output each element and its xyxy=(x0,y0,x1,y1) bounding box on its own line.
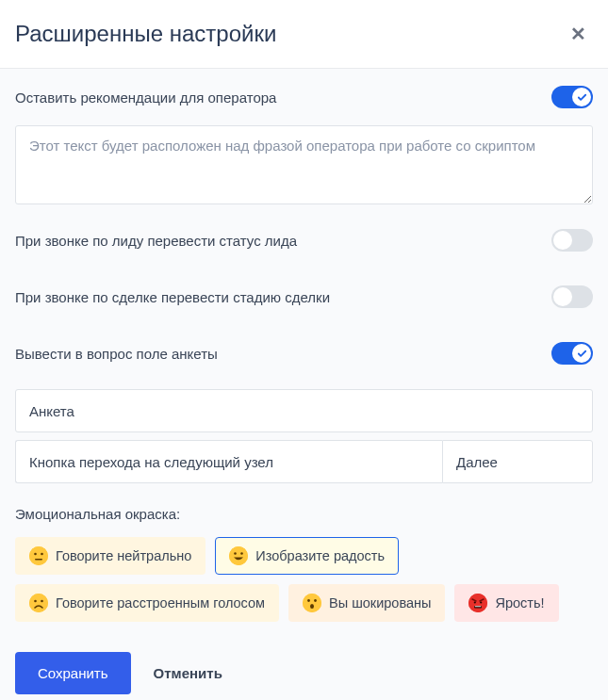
svg-point-0 xyxy=(29,546,48,565)
lead-status-label: При звонке по лиду перевести статус лида xyxy=(15,233,297,249)
emotion-chip-sad[interactable]: Говорите расстроенным голосом xyxy=(15,584,279,622)
modal-footer: Сохранить Отменить xyxy=(15,652,593,700)
svg-point-11 xyxy=(307,599,310,602)
deal-stage-label: При звонке по сделке перевести стадию сд… xyxy=(15,289,330,305)
svg-rect-3 xyxy=(35,559,42,561)
svg-point-16 xyxy=(481,601,483,603)
svg-point-15 xyxy=(474,601,476,603)
svg-point-10 xyxy=(303,594,321,612)
chip-label: Говорите расстроенным голосом xyxy=(56,595,265,610)
survey-field-toggle[interactable] xyxy=(551,342,593,365)
recommendations-label: Оставить рекомендации для оператора xyxy=(15,90,276,106)
sad-face-icon xyxy=(29,594,48,612)
svg-point-7 xyxy=(29,594,48,612)
chip-label: Ярость! xyxy=(495,595,544,610)
next-button-row xyxy=(15,440,593,483)
modal-title: Расширенные настройки xyxy=(15,21,276,47)
neutral-face-icon xyxy=(29,546,48,565)
svg-point-5 xyxy=(235,552,238,555)
toggle-knob xyxy=(572,344,591,363)
emotion-chip-shock[interactable]: Вы шокированы xyxy=(288,584,445,622)
svg-point-13 xyxy=(310,604,314,609)
toggle-knob xyxy=(553,231,572,250)
svg-point-14 xyxy=(468,594,487,612)
emotion-section-label: Эмоциональная окраска: xyxy=(15,506,593,522)
next-button-label-input[interactable] xyxy=(15,440,442,483)
joy-face-icon xyxy=(229,546,248,565)
emotion-chip-rage[interactable]: Ярость! xyxy=(454,584,558,622)
svg-point-9 xyxy=(41,600,43,603)
survey-input-row xyxy=(15,389,593,432)
modal-body: Оставить рекомендации для оператора При … xyxy=(0,69,608,700)
toggle-knob xyxy=(553,287,572,306)
check-icon xyxy=(577,92,587,103)
cancel-button[interactable]: Отменить xyxy=(154,665,222,681)
check-icon xyxy=(577,349,587,359)
advanced-settings-modal: Расширенные настройки ✕ Оставить рекомен… xyxy=(0,0,608,700)
svg-point-1 xyxy=(34,553,37,556)
save-button[interactable]: Сохранить xyxy=(15,652,131,694)
lead-status-row: При звонке по лиду перевести статус лида xyxy=(15,212,593,269)
emotion-chip-neutral[interactable]: Говорите нейтрально xyxy=(15,537,205,575)
recommendations-row: Оставить рекомендации для оператора xyxy=(15,69,593,125)
survey-field-label: Вывести в вопрос поле анкеты xyxy=(15,346,218,362)
deal-stage-row: При звонке по сделке перевести стадию сд… xyxy=(15,269,593,325)
shock-face-icon xyxy=(303,594,321,612)
recommendations-toggle[interactable] xyxy=(551,86,593,108)
survey-input[interactable] xyxy=(15,389,593,432)
modal-header: Расширенные настройки ✕ xyxy=(0,0,608,69)
emotion-chip-joy[interactable]: Изобразите радость xyxy=(215,537,399,575)
chip-label: Изобразите радость xyxy=(255,548,385,563)
svg-point-6 xyxy=(241,552,244,555)
lead-status-toggle[interactable] xyxy=(551,229,593,252)
svg-point-2 xyxy=(41,553,43,556)
svg-point-8 xyxy=(34,600,37,603)
svg-rect-18 xyxy=(475,606,481,607)
chip-label: Говорите нейтрально xyxy=(56,548,191,563)
next-button-text-input[interactable] xyxy=(442,440,593,483)
close-icon: ✕ xyxy=(570,23,586,45)
toggle-knob xyxy=(572,88,591,106)
chip-label: Вы шокированы xyxy=(329,595,431,610)
svg-point-4 xyxy=(229,546,248,565)
recommendations-textarea[interactable] xyxy=(15,125,593,204)
survey-field-row: Вывести в вопрос поле анкеты xyxy=(15,325,593,382)
close-button[interactable]: ✕ xyxy=(567,23,589,45)
emotion-chips: Говорите нейтрально Изобразите радость Г… xyxy=(15,537,593,622)
deal-stage-toggle[interactable] xyxy=(551,285,593,308)
svg-point-12 xyxy=(314,599,317,602)
rage-face-icon xyxy=(468,594,487,612)
